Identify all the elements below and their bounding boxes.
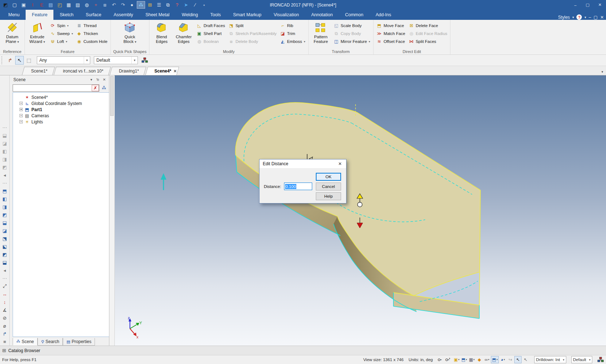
styles-dropdown-icon[interactable]: ▾	[572, 16, 574, 19]
find-in-tree-icon[interactable]: ⁂	[100, 84, 108, 92]
redo-icon[interactable]: ↷	[119, 1, 127, 9]
sphere-render-icon[interactable]: ●	[128, 1, 136, 9]
scrollbar-thumb[interactable]	[110, 76, 114, 116]
quick-block-button[interactable]: Quick Block ▾	[119, 20, 140, 44]
pick-cursor-icon[interactable]: ↖	[522, 356, 529, 363]
tree-expander-icon[interactable]: +	[19, 102, 23, 105]
cancel-button[interactable]: Cancel	[316, 183, 341, 190]
view-iso-2-icon[interactable]: ⬕	[0, 243, 9, 251]
view-iso-4-icon[interactable]: ⬓	[0, 258, 9, 266]
pan-tool-icon[interactable]: ↪	[507, 356, 514, 363]
tab-welding[interactable]: Welding	[176, 10, 204, 20]
mirror-feature-button[interactable]: ◫Mirror Feature	[332, 38, 371, 45]
chamfer-edges-button[interactable]: Chamfer Edges	[173, 20, 194, 44]
styles-button[interactable]: Styles	[558, 15, 570, 20]
split-faces-button[interactable]: ⋈Split Faces	[407, 38, 449, 45]
open-folder-icon[interactable]: ◰	[56, 1, 64, 9]
gray-view-2-icon[interactable]: ◨	[0, 155, 9, 163]
tab-overflow-icon[interactable]: ▾	[601, 70, 606, 75]
tab-visualization[interactable]: Visualization	[267, 10, 305, 20]
move-part-icon[interactable]: +	[92, 1, 100, 9]
tab-smart-markup[interactable]: Smart Markup	[227, 10, 268, 20]
trim-button[interactable]: ◪Trim	[279, 30, 306, 38]
drag-dots-3[interactable]: ⋯	[0, 274, 9, 282]
help-icon[interactable]: ?	[173, 1, 181, 9]
doc-minimize-button[interactable]: ‒	[589, 15, 591, 20]
boolean-button[interactable]: ◍Boolean	[195, 38, 226, 45]
boolean-union-icon[interactable]: ⬓	[0, 132, 9, 140]
shaded-display-icon[interactable]: ⬒	[491, 356, 499, 363]
stretch-part-button[interactable]: ⧉Stretch Part/Assembly	[227, 30, 278, 38]
doc-close-button[interactable]: ✕	[600, 15, 604, 20]
blend-edges-button[interactable]: Blend Edges	[151, 20, 172, 44]
view-styles-icon[interactable]: ∞	[483, 356, 491, 363]
draft-faces-button[interactable]: ◺Draft Faces	[195, 22, 226, 30]
clear-filter-icon[interactable]: ✗	[92, 85, 99, 91]
view-back-icon[interactable]: ◧	[0, 195, 9, 203]
more-commands-icon[interactable]: ⹀	[200, 1, 208, 9]
measure-angle-icon[interactable]: ∡	[0, 306, 9, 314]
measure-height-icon[interactable]: ↕	[0, 298, 9, 306]
drag-dots-2[interactable]: ⋯	[0, 179, 9, 187]
view-iso-1-icon[interactable]: ⬔	[0, 235, 9, 243]
close-document-icon[interactable]: ✕	[174, 69, 177, 74]
delete-face-button[interactable]: ⊠Delete Face	[407, 22, 449, 30]
tree-part1[interactable]: + ⬒ Part1	[13, 106, 109, 113]
offset-face-button[interactable]: ≋Offset Face	[375, 38, 406, 45]
selection-filter-combo[interactable]: Any ▾	[37, 56, 90, 64]
delete-body-button[interactable]: ⧇Delete Body	[227, 38, 278, 45]
help-button[interactable]: Help	[316, 192, 341, 200]
select-tool-icon[interactable]: ↖	[15, 56, 24, 65]
scene-canvas[interactable]: z Y x	[115, 75, 606, 346]
viewport-3d[interactable]: z Y x Edit Distance ✕ Distance: 0.100 OK	[115, 75, 606, 346]
emboss-button[interactable]: ◭Emboss	[279, 38, 306, 45]
tab-menu[interactable]: Menu	[2, 10, 26, 20]
open-template-icon[interactable]: ▣	[19, 1, 28, 9]
sketch-line-icon[interactable]: ∕	[191, 1, 199, 9]
chevron-down-icon[interactable]: ▾	[131, 57, 138, 64]
tab-add-ins[interactable]: Add-Ins	[370, 10, 397, 20]
add-shape-icon[interactable]: ▣	[453, 356, 460, 363]
shell-part-button[interactable]: ▣Shell Part	[195, 30, 226, 38]
catalog-add-icon[interactable]: ⊞	[146, 1, 154, 9]
sweep-button[interactable]: ∿Sweep	[49, 30, 74, 38]
copy-body-button[interactable]: ⧉Copy Body	[332, 30, 371, 38]
panel-tab-search[interactable]: ⚲ Search	[38, 338, 63, 346]
list-view-icon[interactable]: ≡	[0, 338, 9, 346]
doc-tab-scene4[interactable]: Scene4*	[147, 67, 178, 75]
drag-dots[interactable]: ⋯	[0, 124, 9, 132]
undo-icon[interactable]: ↶	[110, 1, 118, 9]
status-config-combo[interactable]: Default▾	[571, 356, 592, 363]
tree-cameras[interactable]: + ▤ Cameras	[13, 113, 109, 119]
realistic-render-icon[interactable]: ◕	[499, 356, 506, 363]
ok-button[interactable]: OK	[316, 173, 341, 181]
tab-sheet-metal[interactable]: Sheet Metal	[139, 10, 176, 20]
select-pointer-icon[interactable]: ➤	[182, 1, 190, 9]
collapse-arrow-2[interactable]: ◂	[0, 266, 9, 274]
match-face-button[interactable]: ≫Match Face	[375, 30, 406, 38]
export-icon[interactable]: E	[38, 1, 46, 9]
new-scene-icon[interactable]: ▢	[10, 1, 19, 9]
view-front-icon[interactable]: ⬒	[0, 187, 9, 195]
measure-radius-icon[interactable]: ⊘	[0, 314, 9, 322]
panel-menu-icon[interactable]: ▾	[88, 78, 95, 82]
zoom-window-icon[interactable]: ⚲	[444, 355, 454, 364]
restore-button[interactable]: ▢	[581, 0, 594, 10]
tab-feature[interactable]: Feature	[26, 10, 53, 20]
tab-surface[interactable]: Surface	[80, 10, 108, 20]
save-edit-icon[interactable]: ▧	[74, 1, 82, 9]
tree-expander-icon[interactable]: +	[19, 114, 23, 117]
measure-distance-icon[interactable]: ↔	[0, 290, 9, 298]
tab-assembly[interactable]: Assembly	[108, 10, 139, 20]
box-select-tool-icon[interactable]: ⬚	[25, 56, 33, 65]
dialog-close-icon[interactable]: ✕	[336, 161, 344, 166]
gray-view-3-icon[interactable]: ◩	[0, 163, 9, 171]
measure-diameter-icon[interactable]: ⌀	[0, 322, 9, 330]
tab-annotation[interactable]: Annotation	[305, 10, 339, 20]
measure-length-icon[interactable]: ⤢	[0, 282, 9, 290]
minimize-button[interactable]: ‒	[569, 0, 581, 10]
save-icon[interactable]: ▦	[65, 1, 73, 9]
close-button[interactable]: ✕	[594, 0, 606, 10]
tab-sketch[interactable]: Sketch	[53, 10, 79, 20]
help-icon[interactable]: ?	[576, 14, 582, 20]
